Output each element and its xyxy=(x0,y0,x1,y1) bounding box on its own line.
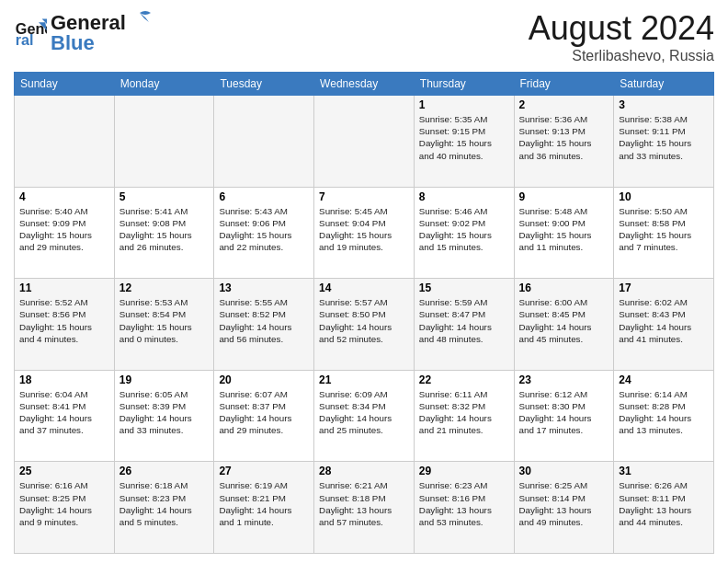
day-cell: 10Sunrise: 5:50 AM Sunset: 8:58 PM Dayli… xyxy=(614,187,714,279)
day-cell: 31Sunrise: 6:26 AM Sunset: 8:11 PM Dayli… xyxy=(614,462,714,554)
day-info: Sunrise: 5:53 AM Sunset: 8:54 PM Dayligh… xyxy=(119,296,210,345)
day-info: Sunrise: 5:46 AM Sunset: 9:02 PM Dayligh… xyxy=(419,205,509,254)
day-info: Sunrise: 5:40 AM Sunset: 9:09 PM Dayligh… xyxy=(19,205,109,254)
day-cell: 7Sunrise: 5:45 AM Sunset: 9:04 PM Daylig… xyxy=(314,187,415,279)
day-cell: 15Sunrise: 5:59 AM Sunset: 8:47 PM Dayli… xyxy=(414,279,514,371)
day-cell: 29Sunrise: 6:23 AM Sunset: 8:16 PM Dayli… xyxy=(414,462,514,554)
day-info: Sunrise: 6:11 AM Sunset: 8:32 PM Dayligh… xyxy=(419,388,509,437)
day-cell: 5Sunrise: 5:41 AM Sunset: 9:08 PM Daylig… xyxy=(114,187,214,279)
day-number: 6 xyxy=(219,190,309,203)
day-info: Sunrise: 6:25 AM Sunset: 8:14 PM Dayligh… xyxy=(519,479,609,528)
day-cell: 26Sunrise: 6:18 AM Sunset: 8:23 PM Dayli… xyxy=(114,462,214,554)
day-cell: 30Sunrise: 6:25 AM Sunset: 8:14 PM Dayli… xyxy=(514,462,614,554)
calendar-table: Sunday Monday Tuesday Wednesday Thursday… xyxy=(14,72,714,554)
day-info: Sunrise: 6:26 AM Sunset: 8:11 PM Dayligh… xyxy=(619,479,709,528)
col-thursday: Thursday xyxy=(414,73,514,96)
day-cell: 2Sunrise: 5:36 AM Sunset: 9:13 PM Daylig… xyxy=(514,96,614,188)
day-cell xyxy=(214,96,314,188)
logo-icon: Gene ral xyxy=(14,16,47,49)
day-cell: 17Sunrise: 6:02 AM Sunset: 8:43 PM Dayli… xyxy=(614,279,714,371)
day-cell: 21Sunrise: 6:09 AM Sunset: 8:34 PM Dayli… xyxy=(314,370,415,462)
day-info: Sunrise: 5:55 AM Sunset: 8:52 PM Dayligh… xyxy=(219,296,309,345)
day-cell: 16Sunrise: 6:00 AM Sunset: 8:45 PM Dayli… xyxy=(514,279,614,371)
day-number: 19 xyxy=(119,373,210,386)
day-number: 15 xyxy=(419,282,509,294)
col-wednesday: Wednesday xyxy=(314,73,415,96)
day-number: 5 xyxy=(119,190,210,203)
day-info: Sunrise: 6:07 AM Sunset: 8:37 PM Dayligh… xyxy=(219,388,309,437)
col-monday: Monday xyxy=(114,73,214,96)
day-info: Sunrise: 5:48 AM Sunset: 9:00 PM Dayligh… xyxy=(519,205,609,254)
day-number: 20 xyxy=(219,373,309,386)
day-info: Sunrise: 6:00 AM Sunset: 8:45 PM Dayligh… xyxy=(519,296,609,345)
col-tuesday: Tuesday xyxy=(214,73,314,96)
day-info: Sunrise: 6:19 AM Sunset: 8:21 PM Dayligh… xyxy=(219,479,309,528)
day-number: 4 xyxy=(19,190,109,203)
day-number: 9 xyxy=(519,190,609,203)
day-info: Sunrise: 6:14 AM Sunset: 8:28 PM Dayligh… xyxy=(619,388,709,437)
day-cell xyxy=(314,96,415,188)
day-info: Sunrise: 5:43 AM Sunset: 9:06 PM Dayligh… xyxy=(219,205,309,254)
day-number: 27 xyxy=(219,465,309,477)
day-number: 30 xyxy=(519,465,609,477)
week-row-3: 11Sunrise: 5:52 AM Sunset: 8:56 PM Dayli… xyxy=(15,279,714,371)
col-sunday: Sunday xyxy=(15,73,115,96)
day-info: Sunrise: 6:02 AM Sunset: 8:43 PM Dayligh… xyxy=(619,296,709,345)
day-info: Sunrise: 6:05 AM Sunset: 8:39 PM Dayligh… xyxy=(119,388,210,437)
day-cell: 19Sunrise: 6:05 AM Sunset: 8:39 PM Dayli… xyxy=(114,370,214,462)
day-number: 7 xyxy=(319,190,409,203)
day-number: 12 xyxy=(119,282,210,294)
day-cell: 3Sunrise: 5:38 AM Sunset: 9:11 PM Daylig… xyxy=(614,96,714,188)
day-number: 23 xyxy=(519,373,609,386)
day-cell xyxy=(15,96,115,188)
title-area: August 2024 Sterlibashevo, Russia xyxy=(529,9,714,64)
day-number: 8 xyxy=(419,190,509,203)
day-number: 21 xyxy=(319,373,409,386)
day-info: Sunrise: 5:45 AM Sunset: 9:04 PM Dayligh… xyxy=(319,205,409,254)
day-cell: 18Sunrise: 6:04 AM Sunset: 8:41 PM Dayli… xyxy=(15,370,115,462)
day-cell: 28Sunrise: 6:21 AM Sunset: 8:18 PM Dayli… xyxy=(314,462,415,554)
title-location: Sterlibashevo, Russia xyxy=(529,48,714,64)
day-number: 28 xyxy=(319,465,409,477)
day-info: Sunrise: 6:18 AM Sunset: 8:23 PM Dayligh… xyxy=(119,479,210,528)
day-cell: 23Sunrise: 6:12 AM Sunset: 8:30 PM Dayli… xyxy=(514,370,614,462)
day-cell: 25Sunrise: 6:16 AM Sunset: 8:25 PM Dayli… xyxy=(15,462,115,554)
day-cell: 1Sunrise: 5:35 AM Sunset: 9:15 PM Daylig… xyxy=(414,96,514,188)
week-row-5: 25Sunrise: 6:16 AM Sunset: 8:25 PM Dayli… xyxy=(15,462,714,554)
day-cell: 9Sunrise: 5:48 AM Sunset: 9:00 PM Daylig… xyxy=(514,187,614,279)
day-cell: 13Sunrise: 5:55 AM Sunset: 8:52 PM Dayli… xyxy=(214,279,314,371)
day-cell: 6Sunrise: 5:43 AM Sunset: 9:06 PM Daylig… xyxy=(214,187,314,279)
day-number: 31 xyxy=(619,465,709,477)
day-cell: 24Sunrise: 6:14 AM Sunset: 8:28 PM Dayli… xyxy=(614,370,714,462)
day-number: 14 xyxy=(319,282,409,294)
day-info: Sunrise: 6:04 AM Sunset: 8:41 PM Dayligh… xyxy=(19,388,109,437)
day-info: Sunrise: 5:36 AM Sunset: 9:13 PM Dayligh… xyxy=(519,113,609,162)
day-cell: 27Sunrise: 6:19 AM Sunset: 8:21 PM Dayli… xyxy=(214,462,314,554)
day-info: Sunrise: 6:23 AM Sunset: 8:16 PM Dayligh… xyxy=(419,479,509,528)
day-number: 16 xyxy=(519,282,609,294)
week-row-4: 18Sunrise: 6:04 AM Sunset: 8:41 PM Dayli… xyxy=(15,370,714,462)
day-number: 29 xyxy=(419,465,509,477)
svg-text:ral: ral xyxy=(16,31,34,48)
day-info: Sunrise: 6:21 AM Sunset: 8:18 PM Dayligh… xyxy=(319,479,409,528)
day-number: 24 xyxy=(619,373,709,386)
day-number: 17 xyxy=(619,282,709,294)
day-number: 22 xyxy=(419,373,509,386)
logo: Gene ral General Blue xyxy=(14,9,154,55)
day-info: Sunrise: 5:50 AM Sunset: 8:58 PM Dayligh… xyxy=(619,205,709,254)
day-info: Sunrise: 5:59 AM Sunset: 8:47 PM Dayligh… xyxy=(419,296,509,345)
day-cell: 20Sunrise: 6:07 AM Sunset: 8:37 PM Dayli… xyxy=(214,370,314,462)
day-cell: 12Sunrise: 5:53 AM Sunset: 8:54 PM Dayli… xyxy=(114,279,214,371)
day-info: Sunrise: 5:41 AM Sunset: 9:08 PM Dayligh… xyxy=(119,205,210,254)
col-saturday: Saturday xyxy=(614,73,714,96)
day-info: Sunrise: 5:57 AM Sunset: 8:50 PM Dayligh… xyxy=(319,296,409,345)
title-month: August 2024 xyxy=(529,9,714,48)
day-info: Sunrise: 6:09 AM Sunset: 8:34 PM Dayligh… xyxy=(319,388,409,437)
header: Gene ral General Blue August 2024 Sterli… xyxy=(14,9,714,64)
day-info: Sunrise: 5:35 AM Sunset: 9:15 PM Dayligh… xyxy=(419,113,509,162)
day-info: Sunrise: 5:52 AM Sunset: 8:56 PM Dayligh… xyxy=(19,296,109,345)
logo-bird-icon xyxy=(127,9,153,29)
page: Gene ral General Blue August 2024 Sterli… xyxy=(0,0,728,563)
day-number: 11 xyxy=(19,282,109,294)
day-cell: 22Sunrise: 6:11 AM Sunset: 8:32 PM Dayli… xyxy=(414,370,514,462)
